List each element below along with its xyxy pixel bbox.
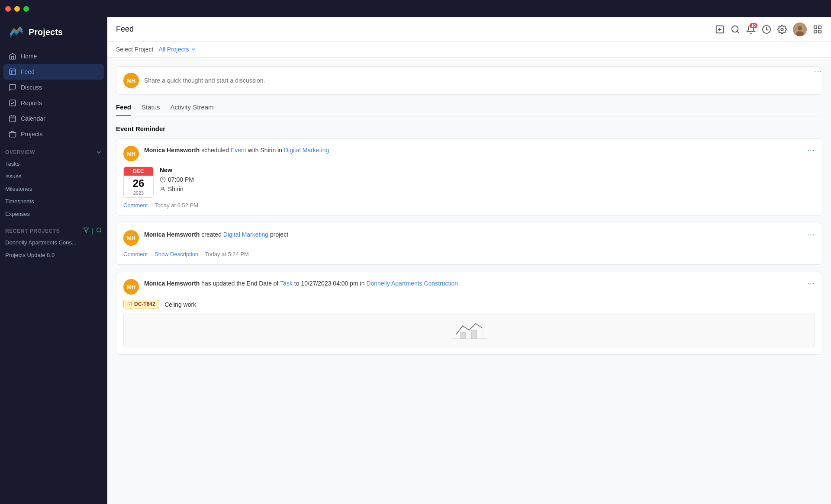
feed-card-2-options[interactable]: ···: [807, 230, 815, 239]
timestamp-2: Today at 5:24 PM: [205, 251, 249, 257]
feed-card-1-options[interactable]: ···: [807, 146, 815, 155]
feed-card-3-header: MH Monica Hemsworth has updated the End …: [123, 279, 815, 295]
svg-rect-2: [10, 100, 16, 106]
svg-rect-26: [471, 330, 477, 339]
chevron-down-icon: [190, 46, 196, 52]
feed-user-name-3: Monica Hemsworth: [144, 280, 200, 287]
task-info-3: DC-T642 Celing work: [123, 300, 815, 308]
feed-link-event[interactable]: Event: [231, 147, 246, 154]
sidebar-item-milestones[interactable]: Milestones: [0, 183, 107, 195]
feed-content: ··· MH Feed Status Activity Stream Event…: [107, 58, 831, 504]
feed-card-1-footer: Comment · Today at 6:52 PM: [123, 202, 815, 209]
sidebar-item-projects-label: Projects: [21, 131, 43, 138]
recent-project-update[interactable]: Projects Update 8.0: [0, 249, 107, 261]
main-content: Feed: [107, 17, 831, 504]
clock-icon: [762, 25, 771, 34]
share-input[interactable]: [144, 77, 815, 84]
feed-card-1-text: Monica Hemsworth scheduled Event with Sh…: [144, 146, 329, 155]
feed-card-2-header: MH Monica Hemsworth created Digital Mark…: [123, 230, 815, 246]
feed-item-2: MH Monica Hemsworth created Digital Mark…: [116, 223, 822, 265]
settings-button[interactable]: [777, 25, 787, 34]
pipe-separator: |: [92, 228, 93, 234]
svg-point-11: [798, 26, 802, 30]
sidebar-header: Projects: [0, 17, 107, 48]
feed-card-3-text: Monica Hemsworth has updated the End Dat…: [144, 279, 458, 288]
feed-card-3-options[interactable]: ···: [807, 279, 815, 288]
projects-icon: [9, 130, 16, 138]
feed-item-1: MH Monica Hemsworth scheduled Event with…: [116, 138, 822, 216]
sidebar-item-home[interactable]: Home: [3, 48, 104, 64]
event-day: 26: [124, 176, 153, 190]
sidebar-item-expenses[interactable]: Expenses: [0, 208, 107, 220]
feed-text-pre-1: scheduled: [201, 147, 231, 154]
sidebar-item-feed[interactable]: Feed: [3, 64, 104, 80]
add-button[interactable]: [715, 25, 725, 34]
svg-rect-14: [818, 26, 821, 28]
feed-link-digital-marketing-2[interactable]: Digital Marketing: [223, 231, 268, 238]
sidebar-item-projects[interactable]: Projects: [3, 126, 104, 142]
tab-feed[interactable]: Feed: [116, 103, 131, 116]
feed-avatar-1: MH: [123, 146, 139, 161]
notifications-button[interactable]: 10: [746, 25, 756, 34]
recent-project-donnelly[interactable]: Donnelly Apartments Cons...: [0, 236, 107, 249]
all-projects-label: All Projects: [158, 46, 189, 53]
notification-badge: 10: [750, 23, 757, 28]
feed-link-donnelly[interactable]: Donnelly Apartments Construction: [366, 280, 458, 287]
event-date-block-1: Dec 26 2023: [123, 167, 154, 198]
app-logo-icon: [9, 24, 24, 40]
svg-rect-13: [814, 26, 817, 28]
tab-activity-stream[interactable]: Activity Stream: [171, 103, 214, 116]
feed-user-name-1: Monica Hemsworth: [144, 147, 200, 154]
clock-button[interactable]: [762, 25, 771, 34]
comment-link-2[interactable]: Comment: [123, 251, 148, 257]
sidebar-item-calendar[interactable]: Calendar: [3, 111, 104, 126]
all-projects-dropdown[interactable]: All Projects: [158, 46, 196, 53]
sidebar-item-reports[interactable]: Reports: [3, 95, 104, 111]
comment-link-1[interactable]: Comment: [123, 202, 148, 209]
gear-icon: [777, 25, 787, 34]
show-description-link[interactable]: Show Description: [155, 251, 198, 257]
grid-button[interactable]: [813, 25, 822, 34]
svg-rect-3: [10, 116, 16, 122]
minimize-btn[interactable]: [14, 6, 20, 12]
event-person: Shirin: [160, 186, 194, 193]
sidebar-item-discuss[interactable]: Discuss: [3, 80, 104, 95]
task-badge[interactable]: DC-T642: [123, 300, 159, 308]
content-options-button[interactable]: ···: [814, 66, 822, 76]
event-status: New: [160, 167, 194, 173]
maximize-btn[interactable]: [23, 6, 29, 12]
drawing-svg: [448, 317, 491, 343]
drawing-thumbnail: [123, 313, 815, 347]
sidebar-item-calendar-label: Calendar: [21, 115, 45, 122]
svg-point-12: [796, 31, 804, 36]
feed-link-digital-marketing-1[interactable]: Digital Marketing: [284, 147, 329, 154]
reports-icon: [9, 99, 16, 107]
search-button[interactable]: [731, 25, 740, 34]
chevron-down-icon: [95, 149, 102, 156]
sidebar-item-home-label: Home: [21, 53, 37, 60]
feed-link-task[interactable]: Task: [280, 280, 293, 287]
tab-status[interactable]: Status: [142, 103, 160, 116]
feed-avatar-2: MH: [123, 230, 139, 246]
close-btn[interactable]: [5, 6, 11, 12]
filter-icon[interactable]: [83, 227, 89, 234]
sidebar-item-issues[interactable]: Issues: [0, 170, 107, 183]
sidebar-item-timesheets[interactable]: Timesheets: [0, 195, 107, 208]
user-avatar[interactable]: [793, 22, 807, 36]
sidebar-item-discuss-label: Discuss: [21, 84, 42, 91]
recent-projects-actions: |: [83, 227, 102, 234]
header-actions: 10: [715, 22, 822, 36]
filter-bar: Select Project All Projects: [107, 42, 831, 58]
feed-user-name-2: Monica Hemsworth: [144, 231, 200, 238]
feed-card-1-user: MH Monica Hemsworth scheduled Event with…: [123, 146, 807, 161]
task-badge-label: DC-T642: [134, 301, 155, 307]
feed-card-1-header: MH Monica Hemsworth scheduled Event with…: [123, 146, 815, 161]
svg-rect-25: [461, 332, 466, 339]
task-label: Celing work: [164, 301, 196, 308]
titlebar: [0, 0, 831, 17]
person-icon: [160, 186, 166, 192]
share-avatar: MH: [123, 73, 139, 88]
search-recent-icon[interactable]: [96, 227, 102, 234]
sidebar-item-tasks[interactable]: Tasks: [0, 157, 107, 170]
feed-card-2-user: MH Monica Hemsworth created Digital Mark…: [123, 230, 807, 246]
